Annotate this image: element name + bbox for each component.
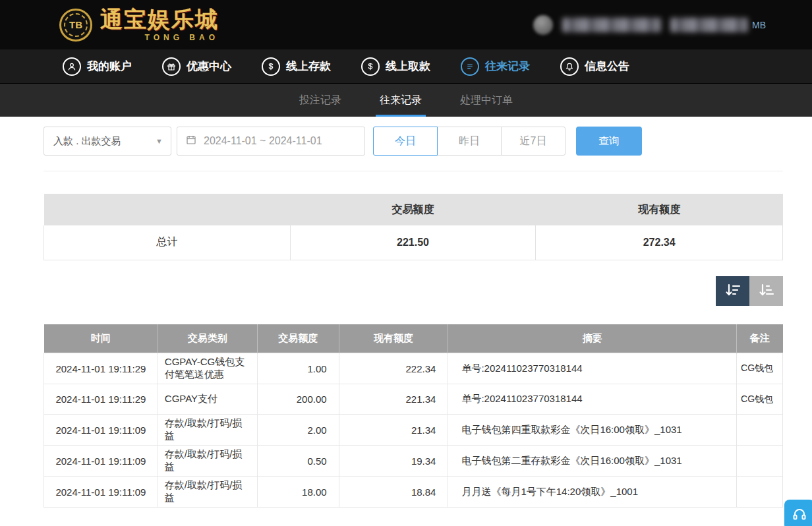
table-row: 2024-11-01 19:11:29 CGPAY支付 200.00 221.3…	[44, 384, 783, 415]
poker-chip-icon: TB	[59, 9, 92, 42]
filter-bar: 入款 . 出款交易 ▼ 2024-11-01 ~ 2024-11-01 今日 昨…	[44, 126, 783, 156]
cell-balance: 19.34	[339, 446, 448, 477]
type-select-value: 入款 . 出款交易	[53, 135, 121, 148]
cell-amount: 2.00	[257, 415, 339, 446]
main-nav: 我的账户 优惠中心 线上存款 线上取款 往来记录 信息公告	[0, 49, 812, 84]
tab-processing-orders[interactable]: 处理中订单	[451, 84, 522, 117]
quick-date-group: 今日 昨日 近7日	[373, 127, 566, 156]
cell-time: 2024-11-01 19:11:09	[44, 415, 158, 446]
cell-summary: 电子钱包第二重存款彩金《次日16:00领取》_1031	[448, 446, 737, 477]
sort-controls	[44, 276, 783, 306]
cell-summary: 单号:202411023770318144	[448, 353, 737, 384]
nav-label: 优惠中心	[187, 59, 231, 74]
col-header-time: 时间	[44, 324, 158, 353]
user-info: MB	[533, 15, 766, 35]
date-range-value: 2024-11-01 ~ 2024-11-01	[204, 135, 322, 147]
blurred-balance	[670, 18, 748, 32]
headset-icon	[792, 507, 807, 523]
col-header-amount: 交易额度	[257, 324, 339, 353]
cell-balance: 222.34	[339, 353, 448, 384]
cell-time: 2024-11-01 19:11:29	[44, 353, 158, 384]
summary-row: 总计 221.50 272.34	[44, 225, 783, 260]
withdraw-coin-icon	[361, 57, 380, 76]
query-button[interactable]: 查询	[576, 127, 642, 156]
cell-note: CG钱包	[737, 353, 783, 384]
transactions-table: 时间 交易类别 交易额度 现有额度 摘要 备注 2024-11-01 19:11…	[44, 324, 783, 508]
nav-label: 线上取款	[386, 59, 430, 74]
table-row: 2024-11-01 19:11:09 存款/取款/打码/损益 0.50 19.…	[44, 446, 783, 477]
tab-transaction-records[interactable]: 往来记录	[370, 84, 431, 117]
cell-balance: 18.84	[339, 477, 448, 508]
table-row: 2024-11-01 19:11:09 存款/取款/打码/损益 2.00 21.…	[44, 415, 783, 446]
nav-label: 线上存款	[286, 59, 331, 74]
user-icon	[63, 57, 81, 76]
cell-summary: 电子钱包第四重取款彩金《次日16:00领取》_1031	[448, 415, 737, 446]
cell-summary: 单号:202411023770318144	[448, 384, 737, 415]
tab-label: 处理中订单	[460, 94, 513, 107]
cell-time: 2024-11-01 19:11:09	[44, 446, 158, 477]
yesterday-button[interactable]: 昨日	[437, 127, 502, 156]
records-icon	[461, 57, 479, 76]
cell-amount: 200.00	[257, 384, 339, 415]
cell-time: 2024-11-01 19:11:29	[44, 384, 158, 415]
tab-betting-records[interactable]: 投注记录	[290, 84, 351, 117]
deposit-coin-icon	[262, 57, 280, 76]
nav-item-transaction-records[interactable]: 往来记录	[461, 57, 530, 76]
sort-ascending-icon	[758, 281, 775, 301]
table-row: 2024-11-01 19:11:29 CGPAY-CG钱包支付笔笔送优惠 1.…	[44, 353, 783, 384]
summary-amount-total: 221.50	[290, 225, 536, 260]
col-header-note: 备注	[737, 324, 783, 353]
summary-table: 交易额度 现有额度 总计 221.50 272.34	[44, 194, 783, 260]
cell-balance: 21.34	[339, 415, 448, 446]
col-header-summary: 摘要	[448, 324, 737, 353]
cell-note	[737, 477, 783, 508]
customer-service-button[interactable]	[784, 500, 812, 526]
nav-item-online-withdraw[interactable]: 线上取款	[361, 57, 430, 76]
divider	[44, 171, 783, 171]
bell-icon	[560, 57, 579, 76]
sort-descending-icon	[724, 281, 741, 301]
chevron-down-icon: ▼	[156, 137, 163, 145]
cell-balance: 221.34	[339, 384, 448, 415]
nav-label: 信息公告	[585, 59, 629, 74]
avatar	[533, 15, 553, 35]
nav-label: 我的账户	[87, 59, 132, 74]
table-row: 2024-11-01 19:11:09 存款/取款/打码/损益 18.00 18…	[44, 477, 783, 508]
sort-descending-button[interactable]	[716, 276, 749, 306]
nav-item-promotions[interactable]: 优惠中心	[162, 57, 231, 76]
brand-subtitle: TONG BAO	[100, 34, 219, 42]
last7days-button[interactable]: 近7日	[501, 127, 566, 156]
tab-label: 投注记录	[299, 94, 341, 107]
summary-header-amount: 交易额度	[290, 194, 536, 225]
cell-amount: 1.00	[257, 353, 339, 384]
main-content: 入款 . 出款交易 ▼ 2024-11-01 ~ 2024-11-01 今日 昨…	[44, 126, 783, 508]
cell-type: 存款/取款/打码/损益	[158, 446, 257, 477]
transaction-type-select[interactable]: 入款 . 出款交易 ▼	[44, 127, 171, 156]
cell-type: CGPAY支付	[158, 384, 257, 415]
chip-label: TB	[69, 19, 82, 30]
summary-total-label: 总计	[44, 225, 291, 260]
brand-title: 通宝娱乐城	[100, 9, 219, 31]
date-range-input[interactable]: 2024-11-01 ~ 2024-11-01	[177, 127, 365, 156]
blurred-username	[562, 18, 661, 32]
nav-item-announcements[interactable]: 信息公告	[560, 57, 629, 76]
table-header-row: 时间 交易类别 交易额度 现有额度 摘要 备注	[44, 324, 783, 353]
sub-nav: 投注记录 往来记录 处理中订单	[0, 84, 812, 117]
cell-type: 存款/取款/打码/损益	[158, 415, 257, 446]
cell-note: CG钱包	[737, 384, 783, 415]
nav-item-online-deposit[interactable]: 线上存款	[262, 57, 331, 76]
table-body: 2024-11-01 19:11:29 CGPAY-CG钱包支付笔笔送优惠 1.…	[44, 353, 783, 508]
cell-type: CGPAY-CG钱包支付笔笔送优惠	[158, 353, 257, 384]
balance-currency-suffix: MB	[752, 20, 766, 30]
summary-header-balance: 现有额度	[536, 194, 783, 225]
summary-balance-total: 272.34	[536, 225, 783, 260]
col-header-balance: 现有额度	[339, 324, 448, 353]
cell-time: 2024-11-01 19:11:09	[44, 477, 158, 508]
cell-summary: 月月送《每月1号下午14:20领取》_1001	[448, 477, 737, 508]
sort-ascending-button[interactable]	[749, 276, 783, 306]
nav-item-my-account[interactable]: 我的账户	[63, 57, 132, 76]
nav-label: 往来记录	[485, 59, 530, 74]
today-button[interactable]: 今日	[373, 127, 438, 156]
gift-icon	[162, 57, 181, 76]
top-bar: TB 通宝娱乐城 TONG BAO MB	[0, 0, 812, 49]
